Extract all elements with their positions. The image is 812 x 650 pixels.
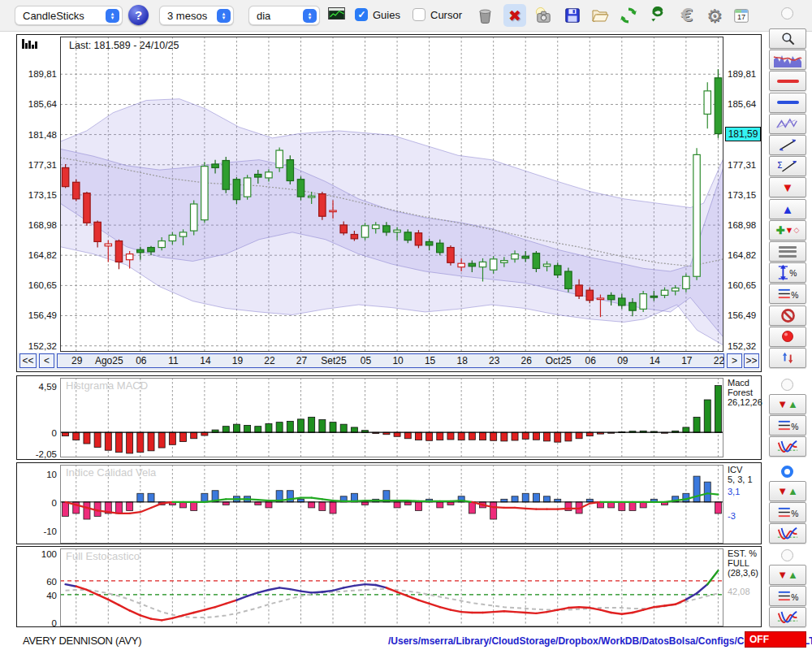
off-toggle-button[interactable]: OFF xyxy=(745,631,806,648)
hline-blue-tool-button[interactable] xyxy=(769,93,806,113)
chart-type-select[interactable]: CandleSticks ▲▼ xyxy=(15,6,123,25)
icv-lines-percent-button[interactable]: % xyxy=(769,502,806,522)
indicator-preview-tool-button[interactable] xyxy=(769,50,806,70)
add-signal-tool-button[interactable]: ✚▼◇ xyxy=(769,220,806,240)
price-axis-label: 156,49 xyxy=(19,310,57,320)
icv-name-label: ICV 5, 3, 1 xyxy=(728,465,753,484)
date-tick-label: Set25 xyxy=(321,355,346,366)
indicator-axis-label: 0 xyxy=(19,618,57,628)
arrow-down-tool-button[interactable]: ▼ xyxy=(769,177,806,197)
undo-button[interactable] xyxy=(646,4,669,27)
trendline-tool-button[interactable] xyxy=(769,135,806,155)
euro-button[interactable]: € xyxy=(676,4,698,27)
macd-lines-percent-button[interactable]: % xyxy=(769,415,806,436)
guies-checkbox-group[interactable]: Guies xyxy=(355,8,400,21)
price-axis-label: 168,98 xyxy=(19,220,57,230)
save-button[interactable] xyxy=(561,4,584,27)
calendar-button[interactable]: 17 xyxy=(730,4,753,27)
sum-trendline-icon: Σ xyxy=(776,158,799,174)
scroll-next-button[interactable]: > xyxy=(727,353,742,368)
price-axis-label: 189,81 xyxy=(728,69,756,79)
forbidden-tool-button[interactable] xyxy=(769,306,806,326)
price-axis-label: 152,32 xyxy=(19,341,57,351)
date-tick-label: Ago25 xyxy=(95,355,123,366)
cursor-checkbox[interactable] xyxy=(412,8,425,21)
hline-red-tool-button[interactable] xyxy=(769,71,806,91)
lines-percent-tool-button[interactable]: % xyxy=(769,284,806,304)
range-percent-tool-button[interactable]: % xyxy=(769,262,806,283)
price-axis-label: 189,81 xyxy=(19,69,57,79)
date-tick-label: Oct25 xyxy=(546,355,572,366)
chart-window-button[interactable] xyxy=(326,6,346,23)
zoom-tool-button[interactable] xyxy=(769,28,806,49)
scroll-prev-button[interactable]: < xyxy=(39,353,54,368)
open-icon xyxy=(590,6,610,25)
delete-icon: ✖ xyxy=(508,6,521,24)
price-axis-label: 173,15 xyxy=(19,190,57,200)
range-percent-icon: % xyxy=(776,264,799,281)
last-price-tag: 181,59 xyxy=(725,127,761,141)
toolbar-radio[interactable] xyxy=(781,7,793,20)
chevron-up-down-icon: ▲▼ xyxy=(106,9,119,23)
open-button[interactable] xyxy=(589,4,611,27)
macd-curve-button[interactable] xyxy=(769,436,806,457)
refresh-button[interactable] xyxy=(617,4,640,27)
calendar-icon: 17 xyxy=(732,6,750,24)
date-tick-label: 29 xyxy=(71,355,82,366)
stoch-curve-button[interactable] xyxy=(769,607,806,627)
trendline-icon xyxy=(776,137,799,153)
candlestick-plot[interactable] xyxy=(60,37,723,352)
stoch-lines-percent-button[interactable]: % xyxy=(769,586,806,606)
stochastic-panel: Full Estocastico 10060400 EST. % FULL (2… xyxy=(16,546,762,627)
arrow-up-tool-button[interactable]: ▲ xyxy=(769,199,806,219)
timeframe-select[interactable]: dia ▲▼ xyxy=(248,6,320,25)
cursor-checkbox-group[interactable]: Cursor xyxy=(412,8,462,21)
last-price-label: Last: 181.589 - 24/10/25 xyxy=(69,40,179,51)
scroll-last-button[interactable]: >> xyxy=(744,353,759,368)
macd-plot[interactable] xyxy=(60,378,723,457)
icv-curve-button[interactable] xyxy=(769,523,806,544)
settings-button[interactable]: ⚙ xyxy=(703,4,726,27)
indicator-axis-label: -2,05 xyxy=(19,449,57,459)
zigzag-tool-button[interactable] xyxy=(769,114,806,134)
date-tick-label: 22 xyxy=(264,355,274,366)
help-button[interactable]: ? xyxy=(128,5,149,25)
date-tick-label: 05 xyxy=(361,355,371,366)
date-tick-label: 23 xyxy=(489,355,499,366)
guies-checkbox[interactable] xyxy=(355,8,368,21)
sync-tool-button[interactable] xyxy=(769,348,806,368)
price-axis-label: 160,65 xyxy=(19,280,57,290)
icv-updown-button[interactable]: ▼▲ xyxy=(769,481,806,501)
icv-plot[interactable] xyxy=(60,465,723,544)
indicator-value-label: 42,08 xyxy=(728,587,750,596)
scroll-first-button[interactable]: << xyxy=(19,353,37,368)
macd-updown-button[interactable]: ▼▲ xyxy=(769,394,806,414)
svg-text:%: % xyxy=(791,593,798,602)
macd-name-label: Macd Forest 26,12,26 xyxy=(728,378,762,407)
indicator-axis-label: 10 xyxy=(19,470,57,479)
chart-window-icon xyxy=(328,7,345,23)
settings-icon: ⚙ xyxy=(706,6,723,26)
updown-icon: ▼▲ xyxy=(777,569,798,581)
snapshot-button[interactable] xyxy=(532,4,555,27)
period-value: 3 mesos xyxy=(167,10,207,22)
stochastic-plot[interactable] xyxy=(60,548,723,626)
indicator-axis-label: 0 xyxy=(19,498,57,508)
levels-tool-button[interactable] xyxy=(769,241,806,262)
record-tool-button[interactable] xyxy=(769,327,806,347)
icv-panel: Indice Calidad Vela 100-10 ICV 5, 3, 1 3… xyxy=(16,462,762,544)
svg-text:17: 17 xyxy=(737,13,745,21)
date-tick-label: 09 xyxy=(617,355,628,366)
trash-button[interactable] xyxy=(473,4,496,27)
stoch-updown-button[interactable]: ▼▲ xyxy=(769,565,806,585)
hline-red-icon xyxy=(777,80,799,83)
indicator-axis-label: 0 xyxy=(19,428,57,438)
stoch-panel-radio[interactable] xyxy=(781,549,793,561)
macd-panel-radio[interactable] xyxy=(781,379,793,391)
price-axis-label: 177,31 xyxy=(728,160,756,170)
period-select[interactable]: 3 mesos ▲▼ xyxy=(159,6,234,25)
price-axis-label: 152,32 xyxy=(728,341,756,351)
sum-trendline-tool-button[interactable]: Σ xyxy=(769,156,806,176)
delete-button[interactable]: ✖ xyxy=(503,4,526,27)
icv-panel-radio[interactable] xyxy=(781,466,793,478)
